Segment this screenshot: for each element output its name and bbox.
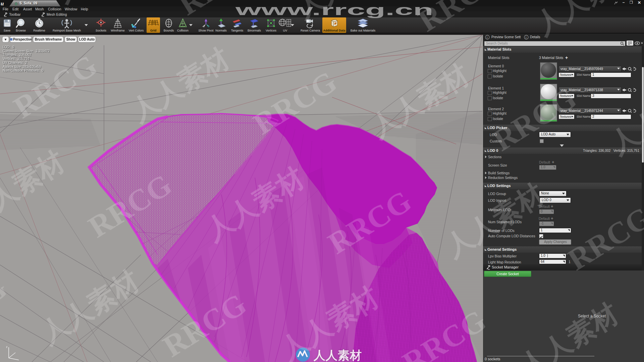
svg-text:z: z bbox=[6, 345, 8, 349]
svg-text:i: i bbox=[526, 36, 527, 39]
svg-text:i: i bbox=[487, 36, 488, 39]
